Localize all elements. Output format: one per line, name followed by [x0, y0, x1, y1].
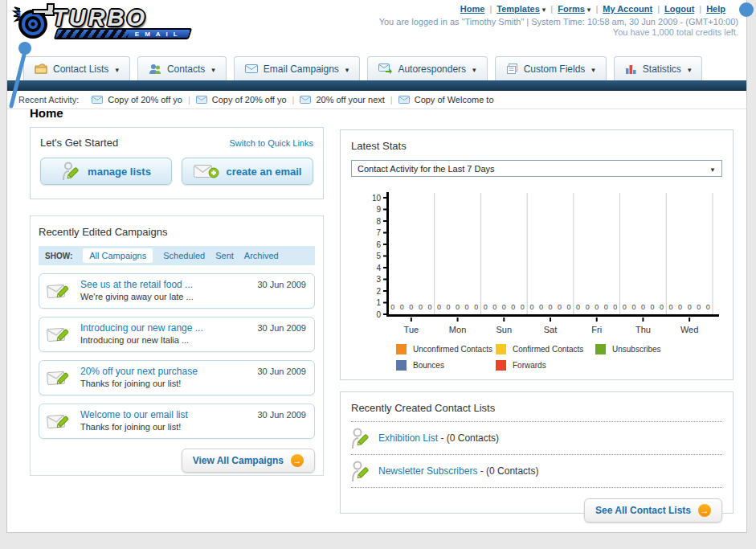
divider — [182, 95, 196, 104]
statistics-icon — [625, 64, 637, 74]
legend-item: Unsubscribes — [595, 344, 695, 354]
svg-text:0: 0 — [521, 303, 525, 311]
envelope-icon — [245, 64, 258, 73]
filter-tab-scheduled[interactable]: Scheduled — [163, 251, 205, 260]
legend-label: Unsubscribes — [612, 345, 661, 354]
tab-custom-fields[interactable]: Custom Fields — [495, 56, 607, 80]
activity-text: 20% off your next — [316, 95, 384, 104]
custom-fields-icon — [506, 64, 518, 75]
campaign-title-link[interactable]: See us at the retail food ... — [80, 279, 194, 291]
activity-text: Copy of 20% off yo — [212, 95, 287, 104]
folder-icon — [35, 64, 47, 74]
campaign-row[interactable]: Welcome to our email list Thanks for joi… — [39, 404, 315, 439]
svg-text:0: 0 — [502, 303, 506, 311]
legend-item: Forwards — [496, 360, 595, 371]
top-link-home[interactable]: Home — [460, 4, 485, 14]
svg-text:Fri: Fri — [591, 325, 602, 334]
tab-autoresponders[interactable]: Autoresponders — [367, 56, 487, 80]
campaign-title-link[interactable]: Introducing our new range ... — [80, 322, 203, 334]
svg-text:Wed: Wed — [680, 325, 698, 334]
header: TURBO EMAIL HomeTemplatesFormsMy Account… — [7, 0, 746, 51]
tab-contacts[interactable]: Contacts — [137, 56, 227, 80]
stats-period-select[interactable]: Contact Activity for the Last 7 Days — [351, 160, 722, 177]
top-link-logout[interactable]: Logout — [664, 4, 694, 14]
campaigns-filter-bar: SHOW: All Campaigns Scheduled Sent Archi… — [39, 246, 315, 265]
envelope-plus-icon — [194, 162, 219, 180]
recent-activity-item[interactable]: 20% off your next — [300, 95, 384, 104]
chevron-down-icon — [590, 64, 595, 75]
campaign-title-link[interactable]: 20% off your next purchase — [80, 366, 198, 378]
legend-swatch — [496, 344, 506, 354]
recent-activity-item[interactable]: Copy of 20% off yo — [196, 95, 287, 104]
svg-text:0: 0 — [706, 303, 710, 311]
filter-tab-archived[interactable]: Archived — [244, 251, 279, 260]
svg-text:0: 0 — [376, 310, 381, 319]
create-email-button[interactable]: create an email — [182, 158, 313, 185]
campaign-subtitle: Introducing our new Italia ... — [80, 334, 203, 346]
help-bubble-icon[interactable] — [739, 2, 754, 17]
svg-text:0: 0 — [586, 303, 590, 311]
manage-lists-button[interactable]: manage lists — [40, 158, 172, 185]
svg-text:0: 0 — [688, 303, 692, 311]
recent-activity-item[interactable]: Copy of 20% off yo — [92, 95, 182, 104]
divider — [652, 4, 664, 14]
svg-text:0: 0 — [409, 303, 413, 311]
campaign-row[interactable]: Introducing our new range ... Introducin… — [39, 317, 315, 352]
contact-list-item[interactable]: Newsletter Subscribers - (0 Contacts) — [351, 455, 722, 488]
svg-text:5: 5 — [376, 252, 381, 260]
contact-list-link[interactable]: Exhibition List — [378, 432, 438, 444]
svg-text:1: 1 — [376, 298, 381, 307]
campaign-row[interactable]: See us at the retail food ... We're givi… — [39, 273, 315, 309]
divider — [546, 4, 558, 14]
logo-speed-stripes — [55, 30, 129, 38]
top-link-my-account[interactable]: My Account — [603, 4, 652, 14]
svg-text:8: 8 — [376, 217, 381, 226]
svg-text:Sun: Sun — [496, 325, 512, 334]
divider — [287, 95, 300, 104]
person-pencil-icon — [351, 426, 370, 450]
contact-list-link[interactable]: Newsletter Subscribers — [378, 465, 477, 477]
campaign-title-link[interactable]: Welcome to our email list — [80, 409, 188, 421]
campaign-row[interactable]: 20% off your next purchase Thanks for jo… — [39, 360, 315, 395]
svg-text:0: 0 — [697, 303, 701, 311]
divider — [590, 4, 603, 14]
tab-statistics[interactable]: Statistics — [614, 56, 703, 80]
legend-swatch — [396, 360, 407, 371]
contact-lists-title: Recently Created Contact Lists — [351, 402, 495, 414]
see-all-contact-lists-button[interactable]: See All Contact Lists — [584, 498, 722, 522]
svg-text:0: 0 — [613, 303, 617, 311]
view-all-campaigns-button[interactable]: View All Campaigns — [182, 449, 315, 473]
svg-text:0: 0 — [484, 303, 488, 311]
svg-text:0: 0 — [623, 303, 627, 311]
svg-text:2: 2 — [376, 287, 381, 296]
legend-label: Forwards — [513, 361, 546, 370]
contact-activity-chart: 01234567891000000Tue00000Mon00000Sun0000… — [351, 190, 722, 342]
contact-list-count: - (0 Contacts) — [440, 432, 499, 444]
svg-text:0: 0 — [669, 303, 673, 311]
create-email-label: create an email — [227, 166, 302, 178]
top-link-forms[interactable]: Forms — [558, 4, 585, 14]
svg-text:0: 0 — [474, 303, 478, 311]
contact-list-item[interactable]: Exhibition List - (0 Contacts) — [351, 422, 722, 455]
tab-label: Email Campaigns — [264, 64, 339, 75]
tab-email-campaigns[interactable]: Email Campaigns — [234, 56, 361, 80]
legend-item: Unconfirmed Contacts — [396, 344, 496, 354]
svg-text:4: 4 — [376, 264, 381, 272]
recent-activity-item[interactable]: Copy of Welcome to — [398, 95, 494, 104]
top-link-templates[interactable]: Templates — [497, 4, 540, 14]
campaign-date: 30 Jun 2009 — [257, 280, 306, 289]
tab-contact-lists[interactable]: Contact Lists — [23, 56, 130, 80]
campaign-subtitle: Thanks for joining our list! — [80, 378, 198, 390]
envelope-icon — [398, 96, 410, 104]
switch-to-quick-links[interactable]: Switch to Quick Links — [229, 138, 313, 148]
chevron-down-icon — [345, 64, 349, 75]
turbo-email-logo[interactable]: TURBO EMAIL — [12, 2, 190, 43]
top-link-help[interactable]: Help — [706, 4, 725, 14]
filter-tab-sent[interactable]: Sent — [215, 251, 234, 260]
main-window: TURBO EMAIL HomeTemplatesFormsMy Account… — [6, 0, 747, 533]
get-started-panel: Let's Get Started Switch to Quick Links … — [30, 127, 324, 199]
svg-text:0: 0 — [678, 303, 682, 311]
svg-text:0: 0 — [567, 303, 571, 311]
main-navigation: Contact Lists Contacts Email Campaigns A… — [7, 54, 746, 80]
filter-tab-all-campaigns[interactable]: All Campaigns — [83, 248, 153, 263]
